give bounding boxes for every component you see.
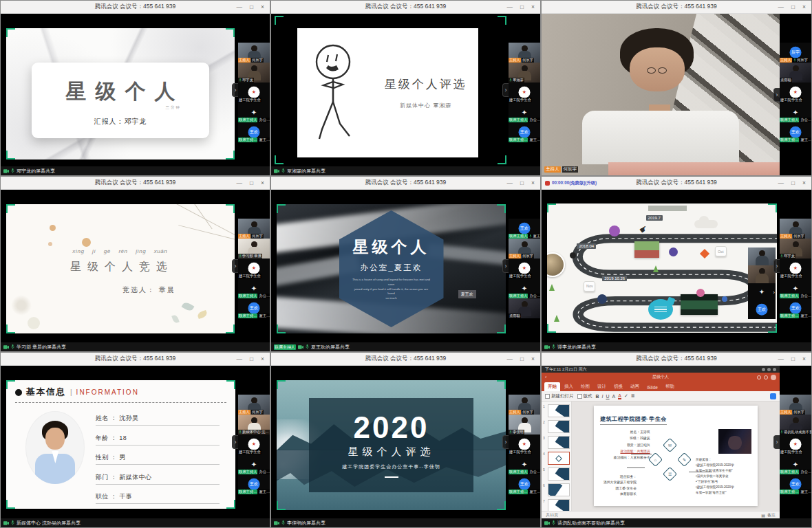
participant-tile[interactable]: 王欢联席主持…夏王… (509, 474, 540, 494)
sidebar-collapse-button[interactable]: › (232, 435, 238, 449)
title-bar[interactable]: 腾讯会议 会议号：455 641 939 —□× (1, 353, 270, 366)
list-item[interactable]: 绘图 (577, 382, 593, 391)
participant-tile[interactable]: 孟雨聪 (509, 298, 540, 318)
participant-tile[interactable] (748, 265, 776, 283)
participant-tile[interactable]: 邓宇龙 (780, 239, 811, 258)
minimize-icon[interactable]: — (236, 180, 242, 186)
notes-icon[interactable]: ▤ (761, 513, 765, 518)
title-bar[interactable]: 腾讯会议 会议号：455 641 939 —□× (542, 353, 811, 366)
close-icon[interactable]: × (261, 356, 264, 362)
slide-thumbnail[interactable]: 5 (543, 468, 570, 481)
title-bar[interactable]: 00:00:00(免费版)(升级) 腾讯会议 会议号：455 641 939 —… (542, 177, 811, 190)
sidebar-collapse-button[interactable]: › (502, 435, 509, 449)
participant-tile[interactable]: 王欢联席主持…夏王… (238, 298, 270, 318)
close-icon[interactable]: × (261, 180, 264, 186)
notes-label[interactable]: 备注 (767, 512, 776, 518)
participant-tile[interactable]: ✦联席主持人办公… (780, 278, 811, 298)
title-bar[interactable]: 腾讯会议 会议号：455 641 939 —□× (271, 1, 540, 14)
slide-thumbnail[interactable]: 2 (543, 420, 570, 433)
participant-tile[interactable]: 主持人何辰宇 (780, 395, 811, 415)
participant-tile[interactable]: ✦联席主持人办公… (238, 454, 270, 474)
minimize-icon[interactable]: — (506, 356, 513, 362)
maximize-icon[interactable]: □ (250, 4, 253, 10)
participant-tile[interactable]: ✦联席主持人办公… (238, 278, 270, 298)
participant-tile[interactable]: ★建工院学生会 (238, 258, 270, 278)
sidebar-collapse-button[interactable]: › (773, 259, 780, 273)
participant-tile[interactable]: 王欢联席主持…夏王… (780, 122, 811, 142)
list-item[interactable]: iSlide (643, 384, 661, 391)
list-item[interactable]: 切换 (610, 382, 626, 391)
title-bar[interactable]: 腾讯会议 会议号：455 641 939 —□× (271, 177, 540, 190)
paint-icon[interactable] (770, 393, 776, 399)
participant-tile[interactable]: ★建工院学生会 (780, 258, 811, 278)
slide-thumbnail[interactable]: 3 (543, 436, 570, 449)
list-item[interactable]: 插入 (561, 382, 577, 391)
participant-tile[interactable]: ★建工院学生会 (238, 434, 270, 454)
participant-tile[interactable]: ✦› (748, 283, 776, 301)
list-item[interactable]: 动画 (627, 382, 643, 391)
sidebar-collapse-button[interactable]: › (232, 83, 238, 97)
participant-tile[interactable]: ★建工院学生会 (509, 434, 540, 454)
participant-tile[interactable]: 主持人何辰宇 (509, 395, 540, 415)
participant-tile[interactable]: 王欢联席主持…夏王… (780, 298, 811, 318)
sidebar-collapse-button[interactable]: › (502, 83, 509, 97)
layout-button[interactable]: 版式 (577, 393, 592, 399)
participant-tile[interactable]: 辰宇主持人何辰宇 (780, 43, 811, 63)
minimize-icon[interactable]: — (236, 4, 242, 10)
close-icon[interactable]: × (531, 356, 535, 362)
participant-tile[interactable]: 王欢联席主持…夏王… (238, 122, 270, 142)
account-avatar[interactable] (771, 375, 776, 380)
participant-tile[interactable]: 主持人何辰宇 (238, 395, 270, 415)
panel-chevron-icon[interactable]: › (773, 289, 775, 296)
slide-thumbnail[interactable]: 1 (543, 404, 570, 417)
minimize-icon[interactable]: — (778, 4, 784, 10)
maximize-icon[interactable]: □ (791, 356, 795, 362)
participant-tile[interactable]: ★建工院学生会 (509, 258, 540, 278)
list-item[interactable]: 帮助 (662, 382, 678, 391)
participant-tile[interactable]: ★建工院学生会 (238, 82, 270, 102)
maximize-icon[interactable]: □ (791, 180, 795, 186)
participant-tile[interactable]: ✦联席主持人办公… (509, 278, 540, 298)
participant-tile[interactable]: 王欢联席主持…夏王… (238, 474, 270, 494)
participant-tile[interactable]: 覃湘霖 (509, 63, 540, 82)
recording-indicator[interactable]: 00:00:00(免费版)(升级) (542, 180, 597, 186)
title-bar[interactable]: 腾讯会议 会议号：455 641 939 —□× (542, 1, 811, 14)
participant-tile[interactable] (748, 248, 776, 265)
maximize-icon[interactable]: □ (520, 356, 524, 362)
close-icon[interactable]: × (531, 180, 535, 186)
participant-tile[interactable]: 王欢联席主持…夏王… (509, 122, 540, 142)
search-icon[interactable] (764, 375, 768, 380)
close-icon[interactable]: × (261, 4, 264, 10)
close-icon[interactable]: × (802, 180, 806, 186)
participant-tile[interactable]: 请勿乱动桌面不要… (780, 415, 811, 434)
minimize-icon[interactable]: — (506, 4, 513, 10)
sidebar-collapse-button[interactable]: › (232, 259, 238, 273)
maximize-icon[interactable]: □ (250, 356, 253, 362)
slide-thumbnail[interactable]: 6 (543, 483, 570, 496)
participant-tile[interactable]: 孟雨聪 (780, 63, 811, 82)
sidebar-collapse-button[interactable]: › (773, 88, 780, 102)
maximize-icon[interactable]: □ (791, 4, 795, 10)
bulb-icon[interactable] (757, 375, 761, 380)
participant-tile[interactable]: 主持人何辰宇 (238, 43, 270, 63)
participant-tile[interactable]: 主持人何辰宇 (509, 239, 540, 258)
maximize-icon[interactable]: □ (250, 180, 253, 186)
close-icon[interactable]: × (802, 356, 806, 362)
minimize-icon[interactable]: — (778, 356, 784, 362)
participant-tile[interactable]: ★建工院学生会 (780, 82, 811, 102)
participant-tile[interactable]: ✦联席主持人办公… (780, 454, 811, 474)
participant-tile[interactable]: 李佳明 (509, 415, 540, 434)
close-icon[interactable]: × (531, 4, 535, 10)
sidebar-collapse-button[interactable]: › (773, 435, 780, 449)
list-item[interactable]: 开始 (544, 382, 560, 391)
title-bar[interactable]: 腾讯会议 会议号：455 641 939 —□× (1, 177, 270, 190)
participant-tile[interactable]: 主持人何辰宇 (509, 43, 540, 63)
format-buttons[interactable]: BIUAA✓≣ (596, 393, 635, 399)
participant-tile[interactable]: ★建工院学生会 (780, 434, 811, 454)
participant-tile[interactable]: 邓宇龙 (238, 63, 270, 82)
participant-tile[interactable]: 主持人何辰宇 (780, 219, 811, 239)
participant-tile[interactable]: ✦联席主持人办公… (780, 102, 811, 122)
maximize-icon[interactable]: □ (520, 180, 524, 186)
participant-tile[interactable]: 主持人何辰宇 (238, 219, 270, 239)
participant-tile[interactable]: ✦联席主持人办公… (509, 102, 540, 122)
